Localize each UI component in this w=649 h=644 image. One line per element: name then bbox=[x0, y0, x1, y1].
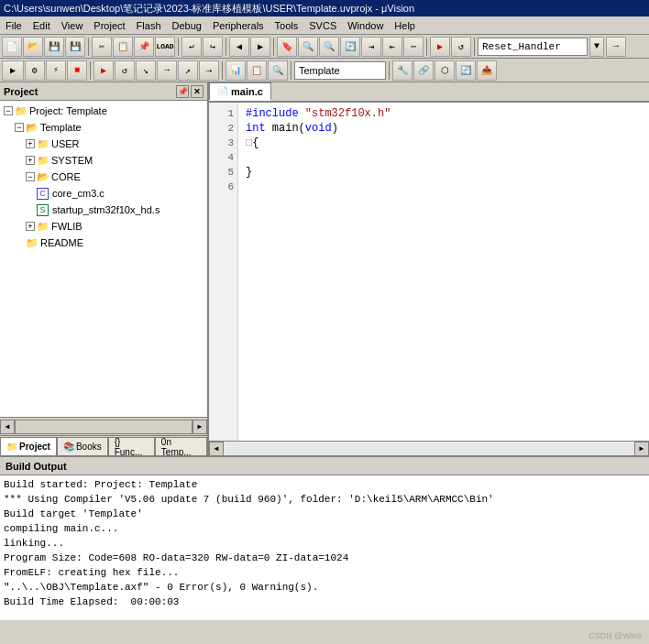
tb2-stop-btn[interactable]: ■ bbox=[67, 60, 87, 81]
menu-svcs[interactable]: SVCS bbox=[303, 18, 342, 33]
tree-item-startup[interactable]: S startup_stm32f10x_hd.s bbox=[0, 202, 207, 218]
tb2-build-btn[interactable]: ▶ bbox=[2, 60, 24, 81]
paste-btn[interactable]: 📌 bbox=[134, 37, 154, 57]
find-btn[interactable]: 🔍 bbox=[298, 37, 318, 57]
project-close-btn[interactable]: ✕ bbox=[191, 85, 204, 98]
tab-books[interactable]: 📚 Books bbox=[57, 437, 108, 455]
watermark: CSDN @Win9 bbox=[588, 631, 642, 640]
tree-item-readme[interactable]: 📁 README bbox=[0, 235, 207, 251]
tb2-icon2[interactable]: 🔗 bbox=[413, 60, 434, 81]
copy-btn[interactable]: 📋 bbox=[113, 37, 133, 57]
tree-label-core-cm3: core_cm3.c bbox=[52, 188, 104, 199]
build-output-title: Build Output bbox=[6, 461, 67, 472]
toggle-core[interactable]: − bbox=[26, 172, 35, 181]
core-folder-icon: 📂 bbox=[37, 170, 50, 183]
tree-item-template[interactable]: − 📂 Template bbox=[0, 119, 207, 136]
fwlib-folder-icon: 📁 bbox=[37, 220, 50, 233]
menu-debug[interactable]: Debug bbox=[167, 18, 207, 33]
nav-back-btn[interactable]: ◀ bbox=[229, 37, 249, 57]
menu-flash[interactable]: Flash bbox=[131, 18, 167, 33]
tb2-icon5[interactable]: 📤 bbox=[477, 60, 497, 81]
menu-help[interactable]: Help bbox=[389, 18, 421, 33]
menu-tools[interactable]: Tools bbox=[270, 18, 304, 33]
save-btn[interactable]: 💾 bbox=[44, 37, 64, 57]
menu-window[interactable]: Window bbox=[342, 18, 389, 33]
tb2-compile-btn[interactable]: ⚡ bbox=[46, 60, 66, 81]
outdent-btn[interactable]: ⇤ bbox=[382, 37, 402, 57]
toggle-template[interactable]: − bbox=[15, 123, 24, 132]
tb2-dbg-reset[interactable]: ↺ bbox=[115, 60, 135, 81]
tree-item-core-cm3[interactable]: C core_cm3.c bbox=[0, 185, 207, 202]
sep2 bbox=[178, 38, 179, 56]
tree-label-core: CORE bbox=[51, 171, 81, 182]
editor-hscroll-track[interactable] bbox=[224, 442, 634, 456]
tb2-rebuild-btn[interactable]: ⚙ bbox=[25, 60, 45, 81]
tab-templ[interactable]: 0n Temp... bbox=[155, 437, 207, 455]
toggle-fwlib[interactable]: + bbox=[26, 222, 35, 231]
menu-project[interactable]: Project bbox=[88, 18, 130, 33]
new-file-btn[interactable]: 📄 bbox=[2, 37, 22, 57]
nav-fwd-btn[interactable]: ▶ bbox=[250, 37, 270, 57]
tb2-dbg-out[interactable]: ↗ bbox=[178, 60, 198, 81]
function-dropdown[interactable]: Reset_Handler bbox=[478, 38, 588, 56]
goto-btn[interactable]: → bbox=[606, 37, 626, 57]
dropdown-arrow-btn[interactable]: ▼ bbox=[589, 37, 604, 57]
tree-item-fwlib[interactable]: + 📁 FWLIB bbox=[0, 218, 207, 235]
editor-scroll-right[interactable]: ▶ bbox=[634, 442, 649, 456]
toggle-user[interactable]: + bbox=[26, 139, 35, 148]
menu-view[interactable]: View bbox=[56, 18, 89, 33]
tab-project[interactable]: 📁 Project bbox=[0, 437, 57, 455]
scroll-right-btn[interactable]: ▶ bbox=[192, 420, 207, 434]
load-btn[interactable]: LOAD bbox=[155, 37, 175, 57]
tree-item-user[interactable]: + 📁 USER bbox=[0, 136, 207, 152]
save-all-btn[interactable]: 💾 bbox=[65, 37, 85, 57]
tb2-win3[interactable]: 🔍 bbox=[268, 60, 288, 81]
menu-file[interactable]: File bbox=[0, 18, 28, 33]
tb2-dbg-step[interactable]: ↘ bbox=[136, 60, 156, 81]
tab-funcs[interactable]: {} Func... bbox=[108, 437, 155, 455]
build-line-1: *** Using Compiler 'V5.06 update 7 (buil… bbox=[4, 492, 645, 507]
project-name-label: Template bbox=[299, 65, 340, 76]
tree-item-core[interactable]: − 📂 CORE bbox=[0, 169, 207, 185]
tree-item-project-root[interactable]: − 📁 Project: Template bbox=[0, 103, 207, 119]
open-btn[interactable]: 📂 bbox=[23, 37, 43, 57]
build-output-content[interactable]: Build started: Project: Template *** Usi… bbox=[0, 475, 649, 620]
reset-btn[interactable]: ↺ bbox=[451, 37, 471, 57]
tb2-win1[interactable]: 📊 bbox=[226, 60, 246, 81]
editor-tab-main-c[interactable]: 📄 main.c bbox=[209, 82, 271, 101]
tb2-run-to[interactable]: ⇢ bbox=[199, 60, 219, 81]
bookmark-btn[interactable]: 🔖 bbox=[277, 37, 297, 57]
more-btn[interactable]: ⋯ bbox=[403, 37, 424, 57]
undo-btn[interactable]: ↩ bbox=[182, 37, 202, 57]
tab-books-icon: 📚 bbox=[63, 442, 74, 452]
dbg-btn[interactable]: ▶ bbox=[430, 37, 450, 57]
find2-btn[interactable]: 🔍 bbox=[319, 37, 339, 57]
line-numbers: 1 2 3 4 5 6 bbox=[209, 103, 238, 441]
code-line-4 bbox=[246, 150, 642, 165]
cut-btn[interactable]: ✂ bbox=[92, 37, 112, 57]
tb2-win2[interactable]: 📋 bbox=[247, 60, 267, 81]
tb2-icon4[interactable]: 🔄 bbox=[456, 60, 476, 81]
indent-btn[interactable]: ⇥ bbox=[361, 37, 381, 57]
tb2-dbg-over[interactable]: → bbox=[157, 60, 177, 81]
toggle-system[interactable]: + bbox=[26, 156, 35, 165]
menu-edit[interactable]: Edit bbox=[28, 18, 56, 33]
tb2-icon3[interactable]: ⬡ bbox=[434, 60, 455, 81]
replace-btn[interactable]: 🔄 bbox=[340, 37, 360, 57]
line-num-3: 3 bbox=[209, 136, 234, 150]
project-hscroll-track[interactable] bbox=[15, 420, 192, 434]
project-tabs: 📁 Project 📚 Books {} Func... 0n Temp... bbox=[0, 435, 207, 455]
toggle-project-root[interactable]: − bbox=[4, 106, 13, 115]
watermark-text: CSDN @Win9 bbox=[588, 631, 642, 640]
editor-scroll-left[interactable]: ◀ bbox=[209, 442, 224, 456]
project-tree: − 📁 Project: Template − 📂 Template + 📁 U… bbox=[0, 101, 207, 417]
tb2-dbg-start[interactable]: ▶ bbox=[94, 60, 114, 81]
menu-peripherals[interactable]: Peripherals bbox=[207, 18, 270, 33]
tb2-icon1[interactable]: 🔧 bbox=[392, 60, 412, 81]
redo-btn[interactable]: ↪ bbox=[203, 37, 223, 57]
code-editor[interactable]: #include "stm32f10x.h" int main(void) □{… bbox=[238, 103, 649, 441]
scroll-left-btn[interactable]: ◀ bbox=[0, 420, 15, 434]
build-line-4: linking... bbox=[4, 536, 645, 551]
tree-item-system[interactable]: + 📁 SYSTEM bbox=[0, 152, 207, 169]
project-pin-btn[interactable]: 📌 bbox=[176, 85, 189, 98]
